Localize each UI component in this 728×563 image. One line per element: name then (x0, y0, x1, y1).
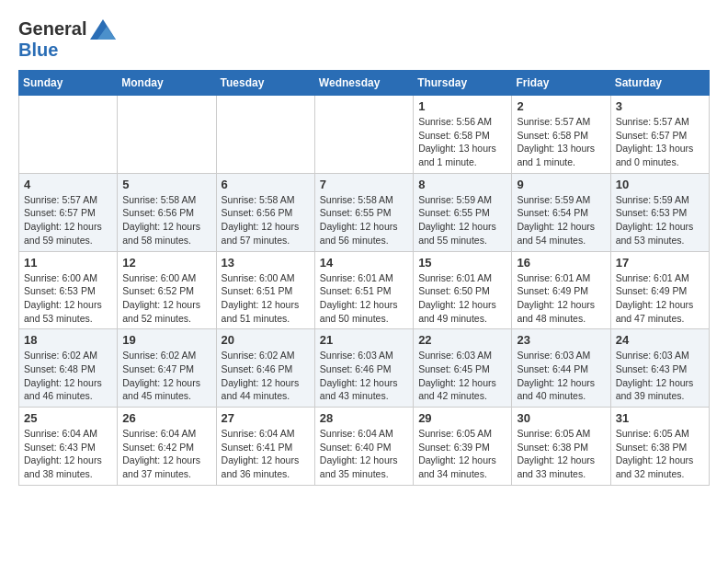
day-info: Sunrise: 6:05 AM Sunset: 6:39 PM Dayligh… (418, 427, 506, 481)
calendar-cell: 31Sunrise: 6:05 AM Sunset: 6:38 PM Dayli… (610, 408, 709, 486)
day-number: 23 (517, 333, 605, 347)
day-number: 9 (517, 178, 605, 191)
day-of-week-header: Saturday (610, 71, 709, 96)
day-number: 5 (122, 178, 210, 191)
calendar-cell: 9Sunrise: 5:59 AM Sunset: 6:54 PM Daylig… (512, 173, 610, 251)
day-number: 22 (418, 333, 506, 347)
day-number: 31 (616, 411, 704, 425)
day-of-week-header: Tuesday (216, 71, 314, 96)
day-info: Sunrise: 5:57 AM Sunset: 6:57 PM Dayligh… (616, 115, 704, 169)
calendar-cell (118, 96, 216, 174)
calendar-cell: 13Sunrise: 6:00 AM Sunset: 6:51 PM Dayli… (216, 251, 314, 329)
calendar-cell: 23Sunrise: 6:03 AM Sunset: 6:44 PM Dayli… (512, 329, 610, 408)
day-info: Sunrise: 6:01 AM Sunset: 6:49 PM Dayligh… (517, 271, 605, 326)
calendar-cell (19, 96, 118, 174)
calendar-cell: 6Sunrise: 5:58 AM Sunset: 6:56 PM Daylig… (216, 173, 314, 251)
calendar-cell (216, 96, 314, 174)
day-number: 12 (122, 256, 210, 270)
calendar-week-row: 18Sunrise: 6:02 AM Sunset: 6:48 PM Dayli… (19, 329, 710, 408)
day-number: 6 (222, 178, 310, 191)
day-info: Sunrise: 6:04 AM Sunset: 6:40 PM Dayligh… (320, 427, 408, 481)
day-number: 10 (616, 178, 704, 191)
calendar-cell: 1Sunrise: 5:56 AM Sunset: 6:58 PM Daylig… (414, 96, 512, 174)
calendar-week-row: 25Sunrise: 6:04 AM Sunset: 6:43 PM Dayli… (19, 408, 710, 486)
day-number: 4 (24, 178, 112, 191)
day-number: 14 (320, 256, 408, 270)
day-number: 11 (24, 256, 112, 270)
day-info: Sunrise: 6:01 AM Sunset: 6:49 PM Dayligh… (616, 271, 704, 326)
day-number: 27 (222, 411, 310, 425)
day-info: Sunrise: 5:59 AM Sunset: 6:54 PM Dayligh… (517, 193, 605, 247)
day-number: 19 (122, 333, 210, 347)
calendar-cell: 21Sunrise: 6:03 AM Sunset: 6:46 PM Dayli… (314, 329, 413, 408)
day-info: Sunrise: 6:05 AM Sunset: 6:38 PM Dayligh… (616, 427, 704, 481)
calendar-cell: 20Sunrise: 6:02 AM Sunset: 6:46 PM Dayli… (216, 329, 314, 408)
day-info: Sunrise: 6:04 AM Sunset: 6:43 PM Dayligh… (24, 427, 112, 481)
calendar-cell: 27Sunrise: 6:04 AM Sunset: 6:41 PM Dayli… (216, 408, 314, 486)
calendar-cell: 16Sunrise: 6:01 AM Sunset: 6:49 PM Dayli… (512, 251, 610, 329)
day-number: 18 (24, 333, 112, 347)
day-of-week-header: Wednesday (314, 71, 413, 96)
calendar-cell: 22Sunrise: 6:03 AM Sunset: 6:45 PM Dayli… (414, 329, 512, 408)
day-info: Sunrise: 6:01 AM Sunset: 6:51 PM Dayligh… (320, 271, 408, 326)
calendar-cell: 28Sunrise: 6:04 AM Sunset: 6:40 PM Dayli… (314, 408, 413, 486)
calendar-cell: 30Sunrise: 6:05 AM Sunset: 6:38 PM Dayli… (512, 408, 610, 486)
calendar-cell: 15Sunrise: 6:01 AM Sunset: 6:50 PM Dayli… (414, 251, 512, 329)
day-info: Sunrise: 6:05 AM Sunset: 6:38 PM Dayligh… (517, 427, 605, 481)
day-number: 30 (517, 411, 605, 425)
day-number: 24 (616, 333, 704, 347)
day-of-week-header: Sunday (19, 71, 118, 96)
logo: General Blue (18, 18, 116, 61)
day-info: Sunrise: 6:02 AM Sunset: 6:47 PM Dayligh… (122, 349, 210, 403)
day-info: Sunrise: 5:57 AM Sunset: 6:58 PM Dayligh… (517, 115, 605, 169)
calendar-cell: 18Sunrise: 6:02 AM Sunset: 6:48 PM Dayli… (19, 329, 118, 408)
day-number: 15 (418, 256, 506, 270)
day-info: Sunrise: 6:00 AM Sunset: 6:53 PM Dayligh… (24, 271, 112, 326)
day-info: Sunrise: 6:00 AM Sunset: 6:51 PM Dayligh… (222, 271, 310, 326)
calendar-cell: 26Sunrise: 6:04 AM Sunset: 6:42 PM Dayli… (118, 408, 216, 486)
logo-blue-text: Blue (18, 40, 58, 60)
calendar-cell: 29Sunrise: 6:05 AM Sunset: 6:39 PM Dayli… (414, 408, 512, 486)
logo-general-text: General (18, 18, 86, 40)
calendar-cell: 17Sunrise: 6:01 AM Sunset: 6:49 PM Dayli… (610, 251, 709, 329)
day-info: Sunrise: 6:02 AM Sunset: 6:46 PM Dayligh… (222, 349, 310, 403)
day-info: Sunrise: 6:04 AM Sunset: 6:42 PM Dayligh… (122, 427, 210, 481)
day-info: Sunrise: 6:02 AM Sunset: 6:48 PM Dayligh… (24, 349, 112, 403)
day-number: 17 (616, 256, 704, 270)
calendar-cell: 24Sunrise: 6:03 AM Sunset: 6:43 PM Dayli… (610, 329, 709, 408)
calendar-cell: 8Sunrise: 5:59 AM Sunset: 6:55 PM Daylig… (414, 173, 512, 251)
day-of-week-header: Monday (118, 71, 216, 96)
day-info: Sunrise: 5:58 AM Sunset: 6:56 PM Dayligh… (222, 193, 310, 247)
calendar-cell: 19Sunrise: 6:02 AM Sunset: 6:47 PM Dayli… (118, 329, 216, 408)
calendar-cell: 4Sunrise: 5:57 AM Sunset: 6:57 PM Daylig… (19, 173, 118, 251)
day-number: 16 (517, 256, 605, 270)
calendar-table: SundayMondayTuesdayWednesdayThursdayFrid… (18, 70, 710, 486)
day-info: Sunrise: 5:59 AM Sunset: 6:53 PM Dayligh… (616, 193, 704, 247)
day-info: Sunrise: 6:04 AM Sunset: 6:41 PM Dayligh… (222, 427, 310, 481)
day-number: 2 (517, 99, 605, 113)
day-info: Sunrise: 5:56 AM Sunset: 6:58 PM Dayligh… (418, 115, 506, 169)
calendar-cell: 25Sunrise: 6:04 AM Sunset: 6:43 PM Dayli… (19, 408, 118, 486)
calendar-cell (314, 96, 413, 174)
calendar-cell: 3Sunrise: 5:57 AM Sunset: 6:57 PM Daylig… (610, 96, 709, 174)
day-number: 7 (320, 178, 408, 191)
calendar-cell: 14Sunrise: 6:01 AM Sunset: 6:51 PM Dayli… (314, 251, 413, 329)
day-number: 26 (122, 411, 210, 425)
day-number: 1 (418, 99, 506, 113)
day-info: Sunrise: 6:03 AM Sunset: 6:43 PM Dayligh… (616, 349, 704, 403)
day-info: Sunrise: 6:03 AM Sunset: 6:44 PM Dayligh… (517, 349, 605, 403)
day-number: 3 (616, 99, 704, 113)
day-number: 25 (24, 411, 112, 425)
calendar-week-row: 11Sunrise: 6:00 AM Sunset: 6:53 PM Dayli… (19, 251, 710, 329)
day-number: 8 (418, 178, 506, 191)
calendar-cell: 7Sunrise: 5:58 AM Sunset: 6:55 PM Daylig… (314, 173, 413, 251)
logo-icon (90, 19, 116, 40)
day-info: Sunrise: 6:01 AM Sunset: 6:50 PM Dayligh… (418, 271, 506, 326)
calendar-cell: 10Sunrise: 5:59 AM Sunset: 6:53 PM Dayli… (610, 173, 709, 251)
day-of-week-header: Thursday (414, 71, 512, 96)
day-info: Sunrise: 6:03 AM Sunset: 6:46 PM Dayligh… (320, 349, 408, 403)
page-header: General Blue (18, 18, 710, 61)
day-info: Sunrise: 6:00 AM Sunset: 6:52 PM Dayligh… (122, 271, 210, 326)
day-number: 29 (418, 411, 506, 425)
calendar-header-row: SundayMondayTuesdayWednesdayThursdayFrid… (19, 71, 710, 96)
